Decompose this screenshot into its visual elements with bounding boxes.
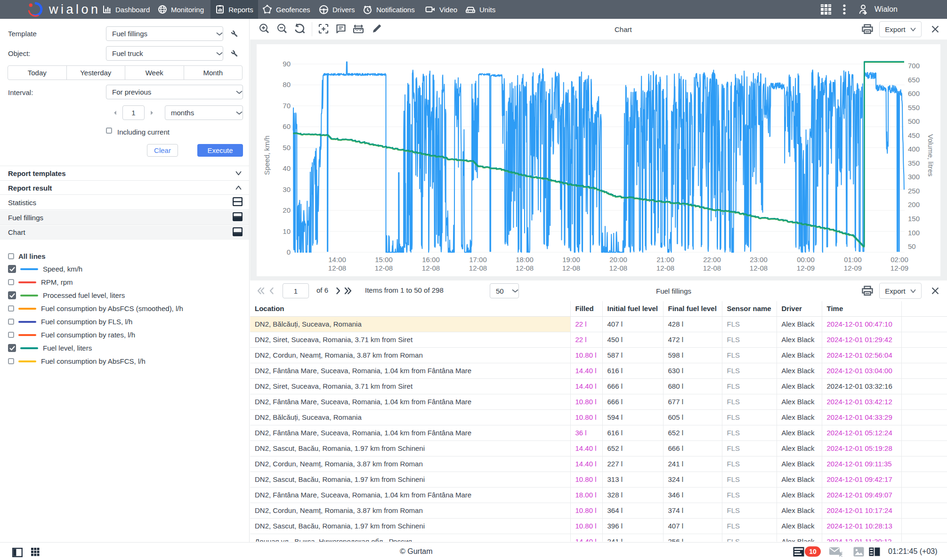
svg-text:150: 150 [908,215,920,223]
svg-text:80: 80 [283,80,291,88]
svg-text:16:00: 16:00 [422,256,440,264]
svg-text:12-08: 12-08 [562,264,580,272]
svg-text:600: 600 [908,89,920,97]
svg-text:14:00: 14:00 [328,256,346,264]
svg-text:90: 90 [283,60,291,68]
svg-text:20: 20 [283,206,291,214]
svg-text:200: 200 [908,200,920,208]
svg-text:650: 650 [908,76,920,84]
svg-text:19:00: 19:00 [562,256,580,264]
svg-text:12-08: 12-08 [750,264,768,272]
svg-text:17:00: 17:00 [469,256,487,264]
svg-text:01:00: 01:00 [844,256,862,264]
svg-text:12-08: 12-08 [469,264,487,272]
svg-text:22:00: 22:00 [703,256,721,264]
svg-text:550: 550 [908,104,920,112]
svg-text:300: 300 [908,173,920,181]
svg-text:15:00: 15:00 [375,256,393,264]
svg-text:18:00: 18:00 [516,256,534,264]
svg-text:23:00: 23:00 [750,256,768,264]
svg-text:12-08: 12-08 [609,264,627,272]
svg-text:12-08: 12-08 [516,264,534,272]
svg-text:12-08: 12-08 [328,264,346,272]
svg-text:21:00: 21:00 [656,256,674,264]
svg-text:10: 10 [283,227,291,235]
svg-text:02:00: 02:00 [890,256,908,264]
svg-text:700: 700 [908,62,920,70]
svg-text:250: 250 [908,187,920,195]
svg-text:12-09: 12-09 [844,264,862,272]
svg-text:0: 0 [287,248,291,256]
svg-text:400: 400 [908,145,920,153]
svg-text:60: 60 [283,122,291,130]
svg-text:500: 500 [908,117,920,125]
svg-text:450: 450 [908,131,920,139]
svg-text:12-08: 12-08 [422,264,440,272]
svg-text:350: 350 [908,159,920,167]
svg-text:40: 40 [283,164,291,172]
svg-text:50: 50 [283,144,291,152]
svg-text:00:00: 00:00 [797,256,815,264]
svg-text:Speed, km/h: Speed, km/h [263,136,271,175]
svg-text:12-09: 12-09 [890,264,908,272]
svg-text:12-08: 12-08 [656,264,674,272]
svg-text:12-09: 12-09 [797,264,815,272]
svg-text:Volume, litres: Volume, litres [927,134,935,176]
svg-text:20:00: 20:00 [609,256,627,264]
svg-text:12-08: 12-08 [375,264,393,272]
svg-text:30: 30 [283,185,291,193]
svg-text:100: 100 [908,229,920,237]
svg-text:50: 50 [908,242,916,250]
svg-text:12-08: 12-08 [703,264,721,272]
svg-text:70: 70 [283,102,291,110]
